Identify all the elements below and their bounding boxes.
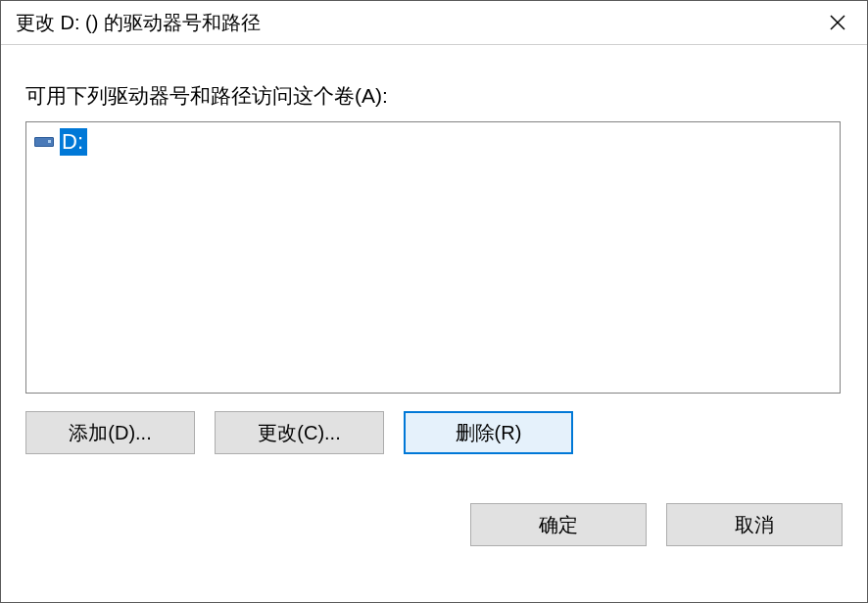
list-item[interactable]: D:: [30, 126, 89, 158]
dialog-window: 更改 D: () 的驱动器号和路径 可用下列驱动器号和路径访问这个卷(A): D…: [0, 0, 868, 603]
titlebar: 更改 D: () 的驱动器号和路径: [1, 1, 867, 45]
cancel-button[interactable]: 取消: [666, 503, 843, 546]
dialog-content: 可用下列驱动器号和路径访问这个卷(A): D: 添加(D)... 更改(C)..…: [1, 45, 867, 602]
remove-button[interactable]: 删除(R): [404, 411, 573, 454]
add-button[interactable]: 添加(D)...: [25, 411, 195, 454]
description-label: 可用下列驱动器号和路径访问这个卷(A):: [25, 82, 843, 110]
footer-button-row: 确定 取消: [25, 503, 843, 546]
action-button-row: 添加(D)... 更改(C)... 删除(R): [25, 411, 843, 454]
drive-icon: [32, 134, 56, 150]
dialog-title: 更改 D: () 的驱动器号和路径: [16, 10, 261, 36]
drive-listbox[interactable]: D:: [25, 121, 841, 394]
list-item-label: D:: [60, 128, 87, 156]
close-button[interactable]: [808, 1, 867, 45]
ok-button[interactable]: 确定: [470, 503, 647, 546]
change-button[interactable]: 更改(C)...: [215, 411, 384, 454]
close-icon: [829, 14, 846, 31]
